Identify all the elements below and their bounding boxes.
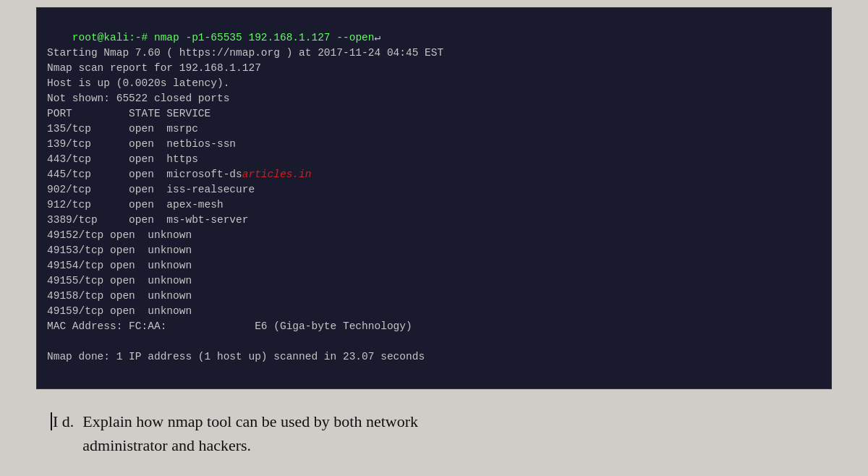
line-19: MAC Address: FC:AA: E6 (Giga-byte Techno… (47, 320, 412, 332)
question-marker: I d. (51, 409, 74, 433)
line-blank (47, 336, 54, 347)
question-text-line2: administrator and hackers. (82, 433, 418, 457)
line-7: 139/tcp open netbios-ssn (47, 138, 236, 150)
line-3: Host is up (0.0020s latency). (47, 77, 229, 89)
line-16: 49155/tcp open unknown (47, 275, 192, 286)
line-18: 49159/tcp open unknown (47, 305, 192, 317)
line-4: Not shown: 65522 closed ports (47, 93, 229, 104)
question-text: Explain how nmap tool can be used by bot… (82, 409, 418, 457)
terminal-window: root@kali:-# nmap -p1-65535 192.168.1.12… (36, 7, 832, 389)
line-8: 443/tcp open https (47, 153, 198, 165)
line-6: 135/tcp open msrpc (47, 123, 198, 135)
line-13: 49152/tcp open unknown (47, 229, 192, 241)
line-2: Nmap scan report for 192.168.1.127 (47, 62, 261, 74)
question-block: I d. Explain how nmap tool can be used b… (36, 409, 832, 457)
line-11: 912/tcp open apex-mesh (47, 199, 224, 211)
line-1: Starting Nmap 7.60 ( https://nmap.org ) … (47, 47, 443, 59)
line-9: 445/tcp open microsoft-dsarticles.in (47, 169, 311, 180)
line-15: 49154/tcp open unknown (47, 260, 192, 271)
line-10: 902/tcp open iss-realsecure (47, 184, 255, 195)
prompt-line: root@kali:-# nmap -p1-65535 192.168.1.12… (72, 32, 375, 43)
watermark: articles.in (242, 169, 312, 180)
line-done: Nmap done: 1 IP address (1 host up) scan… (47, 351, 425, 362)
line-17: 49158/tcp open unknown (47, 290, 192, 302)
terminal-content: root@kali:-# nmap -p1-65535 192.168.1.12… (47, 15, 821, 380)
question-line: I d. Explain how nmap tool can be used b… (51, 409, 817, 457)
line-5: PORT STATE SERVICE (47, 108, 210, 119)
question-text-line1: Explain how nmap tool can be used by bot… (82, 409, 418, 433)
line-14: 49153/tcp open unknown (47, 245, 192, 256)
line-12: 3389/tcp open ms-wbt-server (47, 214, 248, 226)
